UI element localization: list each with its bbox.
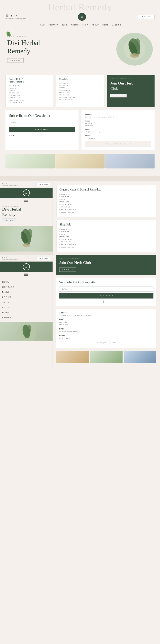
mobile-nav-section: HOME CONTACT BLOG RECIPE SHOP ABOUT HOME… (0, 277, 53, 322)
nav-landing[interactable]: LANDING (112, 24, 121, 26)
thumb-3 (124, 350, 156, 363)
organic-herbs-content-title: Organic Herbs & Natural Remedies (59, 188, 153, 191)
mobile-fb-icon[interactable]: f (2, 183, 3, 185)
shop-sale-content-box: Shop Sale NULLA QUIS LOREM UT LIBERO MAL… (56, 220, 156, 252)
email-address: info@diviherbalremedy.com (5, 18, 26, 20)
deco-img-2 (55, 154, 105, 168)
email-value: info@diviherbalremedy.com (85, 131, 151, 133)
mobile-nav-shop[interactable]: SHOP (2, 300, 50, 305)
facebook-icon[interactable]:  (5, 14, 9, 17)
screenshot-page: Herbal Remedy  ▶ t info@diviherbalremed… (0, 0, 160, 367)
list-item: MALESUADA (59, 201, 153, 203)
organic-herbs-content-list: NULLA QUIS LOREM UT LIBERO MALESUADA FEU… (59, 194, 153, 213)
mobile-right-view: Organic Herbs & Natural Remedies NULLA Q… (53, 181, 160, 367)
shop-now-button[interactable]: SHOP NOW (7, 58, 24, 62)
nav-home2[interactable]: HOME (102, 24, 108, 26)
section-separator (0, 176, 160, 181)
mobile-logo-bar: D (0, 188, 53, 198)
list-item: MALESUADA (59, 90, 101, 91)
desktop-bottom: Organic Herbs &Natural Remedies NULLA QU… (0, 71, 160, 154)
mobile-nav-landing[interactable]: LANDING (2, 315, 50, 320)
mobile-social-icons-2: f ▶ t (2, 257, 18, 258)
three-col-grid: Organic Herbs &Natural Remedies NULLA QU… (5, 75, 155, 107)
mobile-screens-container: f ▶ t info@diviherbalremedy.com shop SAL… (0, 181, 160, 367)
list-item: MALESUADA (59, 236, 153, 238)
top-left:  ▶ t info@diviherbalremedy.com (5, 14, 26, 20)
mobile-yt-icon-2[interactable]: ▶ (4, 257, 5, 258)
email-input-mobile[interactable] (59, 286, 154, 292)
list-item: FEUGIAT RUT (8, 94, 50, 96)
mobile-address-value: 1234 Divi St. H000 San Francisco, CA 399… (59, 314, 154, 317)
organic-herbs-content-box: Organic Herbs & Natural Remedies NULLA Q… (56, 185, 156, 217)
address-label: Address: (85, 114, 151, 116)
mobile-footer-yt-icon[interactable]: ▶ (106, 301, 107, 303)
shop-sale-box: Shop Sale NULLA QUIS LOREM UT LIBERO MAL… (56, 75, 104, 107)
desktop-screen: Herbal Remedy  ▶ t info@diviherbalremed… (0, 0, 160, 176)
mobile-nav-home[interactable]: HOME (2, 280, 50, 284)
mobile-shop-sale-btn-1[interactable]: shop SALE (36, 183, 50, 186)
mobile-nav-about[interactable]: ABOUT (2, 305, 50, 310)
nav-shop[interactable]: SHOP (82, 24, 88, 26)
mobile-left-view: f ▶ t info@diviherbalremedy.com shop SAL… (0, 181, 53, 367)
footer-youtube-icon[interactable]: ▶ (13, 134, 14, 136)
organic-herbs-list: NULLA QUIS LOREM UT LIBERO MALESUADA FEU… (8, 85, 50, 103)
mobile-logo: D (23, 190, 30, 196)
list-item: EGET MALESUADA (59, 209, 153, 210)
newsletter-title: Subscribe to Our Newsletter (9, 114, 75, 118)
mobile-yt-icon[interactable]: ▶ (4, 183, 5, 185)
mobile-shop-now-btn[interactable]: SHOP NOW (2, 218, 16, 222)
mobile-social-icons: f ▶ t (2, 183, 18, 185)
hero-title: Divi Herbal Remedy (7, 38, 116, 55)
mobile-tw-icon[interactable]: t (6, 183, 7, 185)
mobile-tw-icon-2[interactable]: t (6, 257, 7, 258)
hamburger-menu[interactable] (0, 198, 53, 203)
mobile-email-val: info@diviherbalremedy.com (59, 330, 154, 333)
footer-facebook-icon[interactable]: f (9, 134, 10, 136)
subscribe-button[interactable]: SUBSCRIBE! (9, 127, 75, 132)
subscribe-button-mobile[interactable]: SUSBCRIBE! (59, 293, 154, 298)
hamburger-icon[interactable] (24, 200, 28, 202)
nav-about[interactable]: ABOUT (92, 24, 99, 26)
mobile-fb-icon-2[interactable]: f (2, 257, 3, 258)
shop-sale-button[interactable]: SHOP SALE (138, 15, 155, 19)
hamburger-icon-2[interactable] (24, 274, 28, 276)
list-item: PELLENTESQUE (59, 211, 153, 213)
mobile-address-label: Address: (59, 312, 154, 314)
mobile-herb-bottom-img (0, 322, 53, 340)
social-footer: f t ▶ (9, 134, 75, 136)
list-item: FEUGIAT RUT (59, 92, 101, 94)
shop-sale-content-title: Shop Sale (59, 223, 153, 226)
nav-home[interactable]: HOME (39, 24, 45, 26)
hours-label: Hours: (85, 120, 151, 122)
email-input[interactable] (9, 120, 75, 125)
herb-club-shop-sale-btn[interactable]: SHOP SALE (110, 94, 127, 98)
mobile-shop-sale-btn-2[interactable]: ShoP SALE (36, 256, 50, 260)
mobile-nav-home2[interactable]: HOME (2, 310, 50, 315)
nav-contact[interactable]: CONTACT (48, 24, 58, 26)
mobile-footer-fb-icon[interactable]: f (103, 301, 104, 303)
desktop-nav: HOME CONTACT BLOG RECIPE SHOP ABOUT HOME… (0, 22, 160, 27)
hamburger-menu-2[interactable] (0, 272, 53, 277)
footer-twitter-icon[interactable]: t (11, 134, 12, 136)
list-item: PELLENTESQUE (59, 246, 153, 248)
herb-club-mobile-btn[interactable]: SHOP SALE (59, 268, 76, 272)
mobile-nav-recipe[interactable]: RECIPE (2, 295, 50, 300)
contact-info-box: Address: 1234 Divi St. H000 San Francisc… (81, 110, 155, 150)
hours-value: Mon-Friday8am to 9pm (85, 122, 151, 127)
nav-recipe[interactable]: RECIPE (71, 24, 79, 26)
hamburger-line-6 (24, 276, 28, 276)
herb-club-box: MONTHLY DELIVERIES Join Our HerbClub SHO… (107, 75, 155, 107)
shop-sale-title: Shop Sale (59, 78, 101, 80)
hero-section: HERBAL REMEDIES Divi Herbal Remedy SHOP … (0, 27, 160, 71)
youtube-icon[interactable]: ▶ (10, 14, 13, 17)
newsletter-mobile-box: Subscribe to Our Newsletter SUSBCRIBE! f… (56, 278, 156, 306)
list-item: LOREM UT (59, 231, 153, 232)
nav-blog[interactable]: BLOG (62, 24, 67, 26)
mobile-footer-tw-icon[interactable]: t (109, 301, 110, 303)
svg-point-12 (22, 243, 30, 247)
list-item: CONGUE LEO (8, 97, 50, 98)
mobile-nav-contact[interactable]: CONTACT (2, 284, 50, 290)
twitter-icon[interactable]: t (15, 14, 18, 17)
mobile-nav-blog[interactable]: BLOG (2, 290, 50, 295)
organic-herbs-title: Organic Herbs &Natural Remedies (8, 78, 50, 83)
